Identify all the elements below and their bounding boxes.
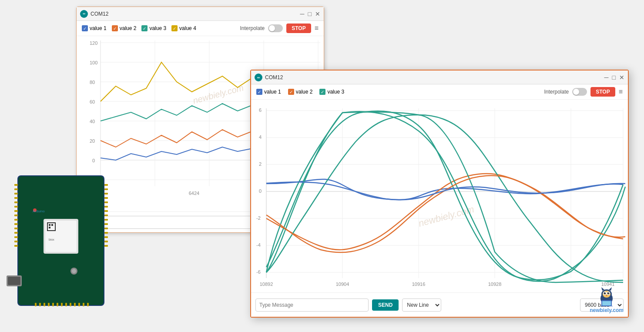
front-chart-area: 6 4 2 0 -2 -4 -6 10892 10904 10 bbox=[251, 100, 628, 293]
svg-point-58 bbox=[605, 292, 606, 293]
owl-icon bbox=[596, 285, 617, 306]
svg-text:biox: biox bbox=[49, 238, 54, 241]
back-maximize-btn[interactable]: □ bbox=[308, 11, 312, 17]
svg-rect-80 bbox=[14, 201, 18, 203]
front-newline-select[interactable]: New Line No Line Ending Carriage Return … bbox=[402, 298, 441, 312]
legend-label: value 3 bbox=[327, 89, 344, 95]
legend-label: value 3 bbox=[149, 25, 166, 31]
svg-rect-85 bbox=[14, 223, 18, 225]
front-interpolate-label: Interpolate bbox=[544, 89, 569, 95]
front-arduino-logo: ∞ bbox=[255, 74, 262, 81]
back-toolbar: ✓ value 1 ✓ value 2 ✓ value 3 ✓ value 4 … bbox=[77, 21, 324, 36]
svg-point-121 bbox=[72, 269, 76, 273]
svg-point-57 bbox=[607, 292, 610, 295]
newbiely-text: newbiely.com bbox=[590, 307, 624, 313]
svg-text:-20: -20 bbox=[87, 178, 94, 183]
front-message-input[interactable] bbox=[255, 298, 369, 312]
legend-label: value 1 bbox=[264, 89, 281, 95]
front-close-btn[interactable]: ✕ bbox=[619, 74, 624, 80]
back-menu-btn[interactable]: ≡ bbox=[315, 24, 319, 32]
front-interpolate-toggle[interactable] bbox=[572, 88, 587, 96]
svg-point-119 bbox=[33, 208, 37, 212]
svg-text:100: 100 bbox=[90, 60, 97, 65]
svg-rect-109 bbox=[48, 303, 50, 306]
legend-checkbox[interactable]: ✓ bbox=[256, 89, 262, 95]
legend-checkbox[interactable]: ✓ bbox=[82, 25, 88, 31]
svg-rect-114 bbox=[70, 303, 71, 306]
svg-rect-70 bbox=[47, 222, 56, 231]
front-window-controls: ─ □ ✕ bbox=[604, 74, 624, 80]
svg-rect-113 bbox=[65, 303, 67, 306]
svg-point-59 bbox=[608, 292, 609, 293]
front-toolbar: ✓ value 1 ✓ value 2 ✓ value 3 Interpolat… bbox=[251, 84, 628, 100]
front-stop-button[interactable]: STOP bbox=[590, 87, 615, 97]
svg-rect-66 bbox=[7, 275, 22, 286]
legend-checkbox[interactable]: ✓ bbox=[112, 25, 118, 31]
svg-rect-77 bbox=[14, 188, 18, 190]
legend-checkbox[interactable]: ✓ bbox=[288, 89, 294, 95]
svg-rect-67 bbox=[8, 277, 20, 285]
legend-label: value 4 bbox=[179, 25, 196, 31]
svg-rect-74 bbox=[49, 227, 50, 228]
svg-text:20: 20 bbox=[90, 138, 95, 144]
front-maximize-btn[interactable]: □ bbox=[612, 74, 616, 80]
svg-rect-63 bbox=[600, 306, 613, 306]
back-legend-item: ✓ value 1 bbox=[82, 25, 107, 31]
svg-rect-84 bbox=[14, 219, 18, 221]
svg-rect-112 bbox=[61, 303, 63, 306]
svg-rect-105 bbox=[104, 245, 108, 247]
front-minimize-btn[interactable]: ─ bbox=[604, 74, 609, 80]
svg-rect-69 bbox=[45, 221, 77, 252]
legend-checkbox[interactable]: ✓ bbox=[141, 25, 148, 31]
back-interpolate-label: Interpolate bbox=[240, 25, 265, 31]
svg-rect-81 bbox=[14, 206, 18, 208]
back-minimize-btn[interactable]: ─ bbox=[300, 11, 305, 17]
legend-label: value 1 bbox=[90, 25, 107, 31]
svg-rect-86 bbox=[14, 228, 18, 229]
back-stop-button[interactable]: STOP bbox=[286, 23, 311, 33]
front-interpolate-section: Interpolate STOP ≡ bbox=[544, 87, 623, 97]
svg-rect-82 bbox=[14, 210, 18, 212]
front-legend: ✓ value 1 ✓ value 2 ✓ value 3 bbox=[256, 89, 344, 95]
front-legend-item: ✓ value 3 bbox=[319, 89, 344, 95]
svg-text:newbiely.com: newbiely.com bbox=[192, 83, 245, 105]
svg-text:6424: 6424 bbox=[189, 191, 199, 196]
svg-text:40: 40 bbox=[90, 119, 95, 124]
svg-rect-118 bbox=[87, 303, 89, 306]
newbiely-logo: newbiely.com bbox=[590, 285, 624, 313]
legend-checkbox[interactable]: ✓ bbox=[319, 89, 325, 95]
svg-rect-108 bbox=[44, 303, 45, 306]
svg-text:80: 80 bbox=[90, 80, 95, 85]
front-window-title: COM12 bbox=[265, 74, 602, 80]
svg-rect-79 bbox=[14, 197, 18, 199]
front-menu-btn[interactable]: ≡ bbox=[619, 88, 623, 96]
front-send-button[interactable]: SEND bbox=[372, 299, 399, 311]
back-close-btn[interactable]: ✕ bbox=[315, 11, 320, 17]
svg-point-120 bbox=[70, 268, 77, 275]
svg-rect-90 bbox=[14, 245, 18, 247]
svg-rect-115 bbox=[74, 303, 76, 306]
svg-rect-71 bbox=[48, 223, 55, 230]
front-chart-clean bbox=[251, 100, 628, 293]
svg-rect-116 bbox=[78, 303, 80, 306]
back-legend: ✓ value 1 ✓ value 2 ✓ value 3 ✓ value 4 bbox=[82, 25, 196, 31]
back-window-controls: ─ □ ✕ bbox=[300, 11, 320, 17]
svg-rect-76 bbox=[14, 184, 18, 186]
back-titlebar: ∞ COM12 ─ □ ✕ bbox=[77, 7, 324, 21]
front-bottom-bar: SEND New Line No Line Ending Carriage Re… bbox=[251, 292, 628, 317]
svg-rect-103 bbox=[104, 236, 108, 238]
back-arduino-logo: ∞ bbox=[80, 10, 88, 18]
svg-rect-89 bbox=[14, 241, 18, 242]
svg-rect-73 bbox=[51, 224, 53, 226]
svg-rect-106 bbox=[35, 303, 37, 306]
back-legend-item: ✓ value 4 bbox=[171, 25, 196, 31]
front-legend-item: ✓ value 1 bbox=[256, 89, 281, 95]
legend-checkbox[interactable]: ✓ bbox=[171, 25, 178, 31]
svg-rect-87 bbox=[14, 232, 18, 234]
svg-text:120: 120 bbox=[90, 40, 97, 46]
back-interpolate-toggle[interactable] bbox=[268, 24, 283, 32]
svg-rect-62 bbox=[602, 301, 611, 305]
svg-text:0: 0 bbox=[92, 158, 95, 163]
front-window: ∞ COM12 ─ □ ✕ ✓ value 1 ✓ value 2 ✓ valu… bbox=[250, 70, 629, 318]
legend-label: value 2 bbox=[296, 89, 313, 95]
